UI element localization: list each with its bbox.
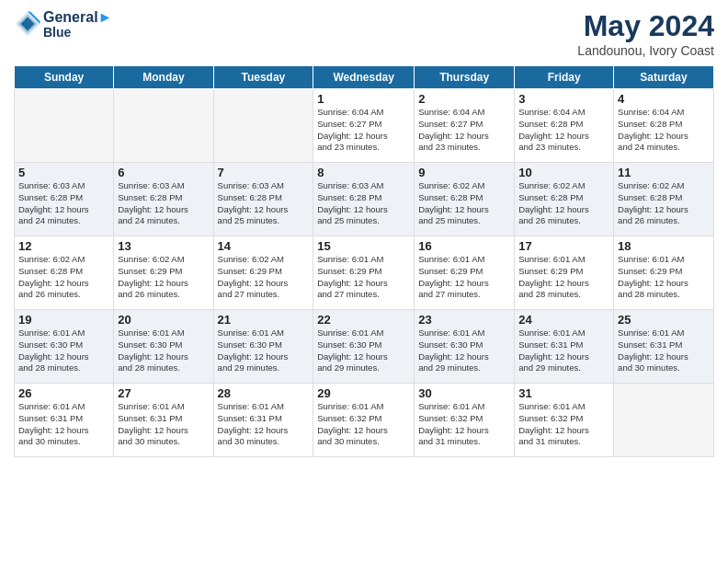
day-info: Sunrise: 6:03 AM Sunset: 6:28 PM Dayligh… xyxy=(317,180,410,227)
day-info: Sunrise: 6:04 AM Sunset: 6:27 PM Dayligh… xyxy=(418,107,510,154)
day-number: 15 xyxy=(317,239,410,253)
day-number: 4 xyxy=(618,92,710,106)
day-number: 10 xyxy=(518,166,609,179)
day-info: Sunrise: 6:01 AM Sunset: 6:30 PM Dayligh… xyxy=(317,327,410,374)
day-number: 12 xyxy=(18,239,109,253)
day-number: 3 xyxy=(518,92,609,106)
day-info: Sunrise: 6:03 AM Sunset: 6:28 PM Dayligh… xyxy=(18,180,109,227)
day-info: Sunrise: 6:04 AM Sunset: 6:28 PM Dayligh… xyxy=(618,107,710,154)
day-info: Sunrise: 6:01 AM Sunset: 6:31 PM Dayligh… xyxy=(218,401,310,448)
day-number: 6 xyxy=(118,166,209,179)
header-row: Sunday Monday Tuesday Wednesday Thursday… xyxy=(15,66,714,89)
col-sunday: Sunday xyxy=(15,66,114,89)
day-info: Sunrise: 6:03 AM Sunset: 6:28 PM Dayligh… xyxy=(218,180,310,227)
day-info: Sunrise: 6:01 AM Sunset: 6:30 PM Dayligh… xyxy=(218,327,310,374)
calendar-cell xyxy=(213,89,313,163)
calendar-cell: 8Sunrise: 6:03 AM Sunset: 6:28 PM Daylig… xyxy=(313,163,415,236)
day-number: 19 xyxy=(18,313,109,327)
day-number: 1 xyxy=(317,92,410,106)
col-monday: Monday xyxy=(114,66,213,89)
day-info: Sunrise: 6:02 AM Sunset: 6:28 PM Dayligh… xyxy=(518,180,609,227)
calendar-cell: 27Sunrise: 6:01 AM Sunset: 6:31 PM Dayli… xyxy=(114,384,213,457)
day-number: 27 xyxy=(118,386,209,400)
logo: General► Blue xyxy=(14,9,112,40)
calendar-cell: 10Sunrise: 6:02 AM Sunset: 6:28 PM Dayli… xyxy=(515,163,614,236)
calendar-cell: 21Sunrise: 6:01 AM Sunset: 6:30 PM Dayli… xyxy=(213,310,313,384)
calendar-week-4: 19Sunrise: 6:01 AM Sunset: 6:30 PM Dayli… xyxy=(15,310,714,384)
day-number: 7 xyxy=(218,166,310,179)
day-info: Sunrise: 6:01 AM Sunset: 6:29 PM Dayligh… xyxy=(418,254,510,301)
page-container: General► Blue May 2024 Landounou, Ivory … xyxy=(0,0,728,466)
calendar-cell xyxy=(15,89,114,163)
day-info: Sunrise: 6:04 AM Sunset: 6:28 PM Dayligh… xyxy=(518,107,609,154)
day-number: 13 xyxy=(118,239,209,253)
day-number: 14 xyxy=(218,239,310,253)
calendar-cell: 22Sunrise: 6:01 AM Sunset: 6:30 PM Dayli… xyxy=(313,310,415,384)
calendar-cell: 17Sunrise: 6:01 AM Sunset: 6:29 PM Dayli… xyxy=(515,236,614,310)
day-number: 30 xyxy=(418,386,510,400)
day-number: 22 xyxy=(317,313,410,327)
calendar-cell: 31Sunrise: 6:01 AM Sunset: 6:32 PM Dayli… xyxy=(515,384,614,457)
day-number: 16 xyxy=(418,239,510,253)
calendar-cell: 13Sunrise: 6:02 AM Sunset: 6:29 PM Dayli… xyxy=(114,236,213,310)
calendar-cell: 26Sunrise: 6:01 AM Sunset: 6:31 PM Dayli… xyxy=(15,384,114,457)
calendar-cell: 5Sunrise: 6:03 AM Sunset: 6:28 PM Daylig… xyxy=(15,163,114,236)
calendar-cell: 11Sunrise: 6:02 AM Sunset: 6:28 PM Dayli… xyxy=(614,163,714,236)
day-info: Sunrise: 6:01 AM Sunset: 6:32 PM Dayligh… xyxy=(418,401,510,448)
logo-icon xyxy=(14,10,41,38)
day-info: Sunrise: 6:02 AM Sunset: 6:28 PM Dayligh… xyxy=(18,254,109,301)
day-number: 17 xyxy=(518,239,609,253)
day-info: Sunrise: 6:01 AM Sunset: 6:30 PM Dayligh… xyxy=(418,327,510,374)
day-info: Sunrise: 6:01 AM Sunset: 6:30 PM Dayligh… xyxy=(18,327,109,374)
calendar-cell: 18Sunrise: 6:01 AM Sunset: 6:29 PM Dayli… xyxy=(614,236,714,310)
day-info: Sunrise: 6:01 AM Sunset: 6:29 PM Dayligh… xyxy=(618,254,710,301)
day-info: Sunrise: 6:01 AM Sunset: 6:31 PM Dayligh… xyxy=(618,327,710,374)
logo-text-block: General► Blue xyxy=(43,9,112,40)
day-number: 31 xyxy=(518,386,609,400)
calendar-cell: 2Sunrise: 6:04 AM Sunset: 6:27 PM Daylig… xyxy=(415,89,515,163)
day-info: Sunrise: 6:01 AM Sunset: 6:32 PM Dayligh… xyxy=(317,401,410,448)
calendar-table: Sunday Monday Tuesday Wednesday Thursday… xyxy=(14,65,714,457)
day-number: 8 xyxy=(317,166,410,179)
title-block: May 2024 Landounou, Ivory Coast xyxy=(577,9,714,58)
calendar-cell: 4Sunrise: 6:04 AM Sunset: 6:28 PM Daylig… xyxy=(614,89,714,163)
col-tuesday: Tuesday xyxy=(213,66,313,89)
month-title: May 2024 xyxy=(577,9,714,43)
day-number: 11 xyxy=(618,166,710,179)
day-info: Sunrise: 6:04 AM Sunset: 6:27 PM Dayligh… xyxy=(317,107,410,154)
calendar-cell: 12Sunrise: 6:02 AM Sunset: 6:28 PM Dayli… xyxy=(15,236,114,310)
calendar-cell: 3Sunrise: 6:04 AM Sunset: 6:28 PM Daylig… xyxy=(515,89,614,163)
calendar-cell: 19Sunrise: 6:01 AM Sunset: 6:30 PM Dayli… xyxy=(15,310,114,384)
calendar-cell: 1Sunrise: 6:04 AM Sunset: 6:27 PM Daylig… xyxy=(313,89,415,163)
calendar-week-5: 26Sunrise: 6:01 AM Sunset: 6:31 PM Dayli… xyxy=(15,384,714,457)
calendar-cell: 24Sunrise: 6:01 AM Sunset: 6:31 PM Dayli… xyxy=(515,310,614,384)
day-info: Sunrise: 6:02 AM Sunset: 6:29 PM Dayligh… xyxy=(118,254,209,301)
day-number: 9 xyxy=(418,166,510,179)
calendar-cell: 29Sunrise: 6:01 AM Sunset: 6:32 PM Dayli… xyxy=(313,384,415,457)
calendar-cell: 30Sunrise: 6:01 AM Sunset: 6:32 PM Dayli… xyxy=(415,384,515,457)
col-wednesday: Wednesday xyxy=(313,66,415,89)
calendar-cell: 23Sunrise: 6:01 AM Sunset: 6:30 PM Dayli… xyxy=(415,310,515,384)
day-number: 28 xyxy=(218,386,310,400)
calendar-week-1: 1Sunrise: 6:04 AM Sunset: 6:27 PM Daylig… xyxy=(15,89,714,163)
day-info: Sunrise: 6:01 AM Sunset: 6:29 PM Dayligh… xyxy=(518,254,609,301)
calendar-week-2: 5Sunrise: 6:03 AM Sunset: 6:28 PM Daylig… xyxy=(15,163,714,236)
calendar-cell: 9Sunrise: 6:02 AM Sunset: 6:28 PM Daylig… xyxy=(415,163,515,236)
col-friday: Friday xyxy=(515,66,614,89)
calendar-cell: 6Sunrise: 6:03 AM Sunset: 6:28 PM Daylig… xyxy=(114,163,213,236)
day-number: 2 xyxy=(418,92,510,106)
calendar-cell: 7Sunrise: 6:03 AM Sunset: 6:28 PM Daylig… xyxy=(213,163,313,236)
day-number: 29 xyxy=(317,386,410,400)
day-number: 21 xyxy=(218,313,310,327)
calendar-cell: 16Sunrise: 6:01 AM Sunset: 6:29 PM Dayli… xyxy=(415,236,515,310)
day-number: 25 xyxy=(618,313,710,327)
day-info: Sunrise: 6:01 AM Sunset: 6:31 PM Dayligh… xyxy=(518,327,609,374)
calendar-cell: 20Sunrise: 6:01 AM Sunset: 6:30 PM Dayli… xyxy=(114,310,213,384)
calendar-cell: 15Sunrise: 6:01 AM Sunset: 6:29 PM Dayli… xyxy=(313,236,415,310)
calendar-cell xyxy=(614,384,714,457)
day-number: 20 xyxy=(118,313,209,327)
day-info: Sunrise: 6:01 AM Sunset: 6:30 PM Dayligh… xyxy=(118,327,209,374)
col-thursday: Thursday xyxy=(415,66,515,89)
calendar-cell xyxy=(114,89,213,163)
day-info: Sunrise: 6:03 AM Sunset: 6:28 PM Dayligh… xyxy=(118,180,209,227)
